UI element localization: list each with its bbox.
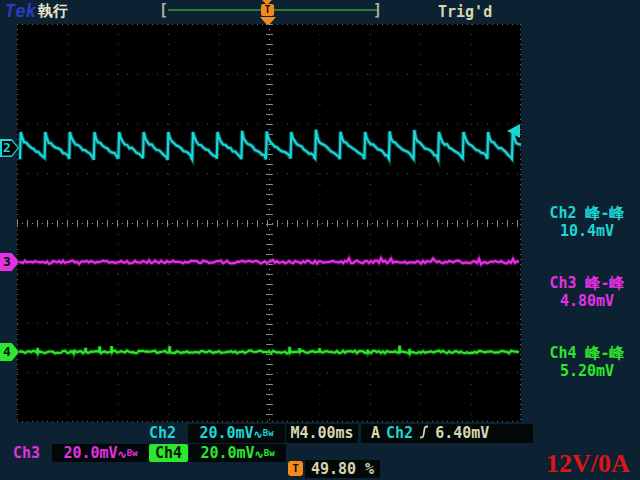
ch2-ac-coupling-icon: ∿ [254, 428, 263, 441]
channel-2-marker-number: 2 [0, 140, 14, 155]
readout-timebase: M4.00ms [286, 424, 358, 443]
trigger-status-text: Trig'd [438, 3, 492, 21]
measurement-ch3-label: Ch3 峰-峰 [536, 274, 638, 292]
measurement-ch4-value: 5.20mV [536, 362, 638, 380]
channel-3-marker-number: 3 [0, 254, 14, 269]
measurement-ch2-label: Ch2 峰-峰 [536, 204, 638, 222]
ch3-bandwidth-limit-icon: Bw [127, 448, 138, 458]
channel-4-marker-number: 4 [0, 344, 14, 359]
tek-logo: Tek [5, 1, 36, 21]
readout-trigger: ACh26.40mV [361, 424, 533, 443]
readout-ch4-label: Ch4 [149, 444, 188, 462]
measurement-ch4-label: Ch4 峰-峰 [536, 344, 638, 362]
trigger-source: Ch2 [386, 424, 413, 442]
readout-trigger-position: 49.80 % [305, 460, 380, 478]
graticule-svg [17, 24, 521, 422]
measurement-ch3-pkpk: Ch3 峰-峰 4.80mV [536, 274, 638, 310]
ch3-ac-coupling-icon: ∿ [118, 448, 127, 461]
measurement-ch3-value: 4.80mV [536, 292, 638, 310]
ch4-ac-coupling-icon: ∿ [255, 448, 264, 461]
readout-ch2-scale: 20.0mV∿Bw [188, 424, 285, 443]
overlay-caption: 12V/0A [546, 449, 630, 479]
readout-ch3-label: Ch3 [13, 444, 40, 462]
measurement-ch2-pkpk: Ch2 峰-峰 10.4mV [536, 204, 638, 240]
readout-ch3-scale: 20.0mV∿Bw [52, 444, 149, 462]
trigger-mode: A [371, 424, 380, 442]
graticule-area [17, 24, 521, 422]
ch2-scale-value: 20.0mV [199, 424, 253, 442]
ch2-bandwidth-limit-icon: Bw [263, 428, 274, 438]
trigger-position-icon: T [288, 461, 303, 476]
trigger-level-arrow-icon [507, 124, 520, 138]
oscilloscope-screen: { "header": { "brand": "Tek", "run_statu… [0, 0, 640, 480]
preview-right-bracket: ] [373, 1, 382, 19]
trigger-level: 6.40mV [435, 424, 489, 442]
preview-trigger-flag-icon: T [261, 4, 274, 16]
measurement-ch4-pkpk: Ch4 峰-峰 5.20mV [536, 344, 638, 380]
preview-left-bracket: [ [159, 1, 168, 19]
run-status-text: 執行 [38, 2, 68, 21]
ch3-scale-value: 20.0mV [63, 444, 117, 462]
measurement-ch2-value: 10.4mV [536, 222, 638, 240]
readout-ch2-label: Ch2 [149, 424, 176, 443]
ch4-scale-value: 20.0mV [200, 444, 254, 462]
readout-ch4-scale: 20.0mV∿Bw [189, 444, 286, 462]
rising-edge-icon [419, 425, 429, 439]
ch4-bandwidth-limit-icon: Bw [264, 448, 275, 458]
